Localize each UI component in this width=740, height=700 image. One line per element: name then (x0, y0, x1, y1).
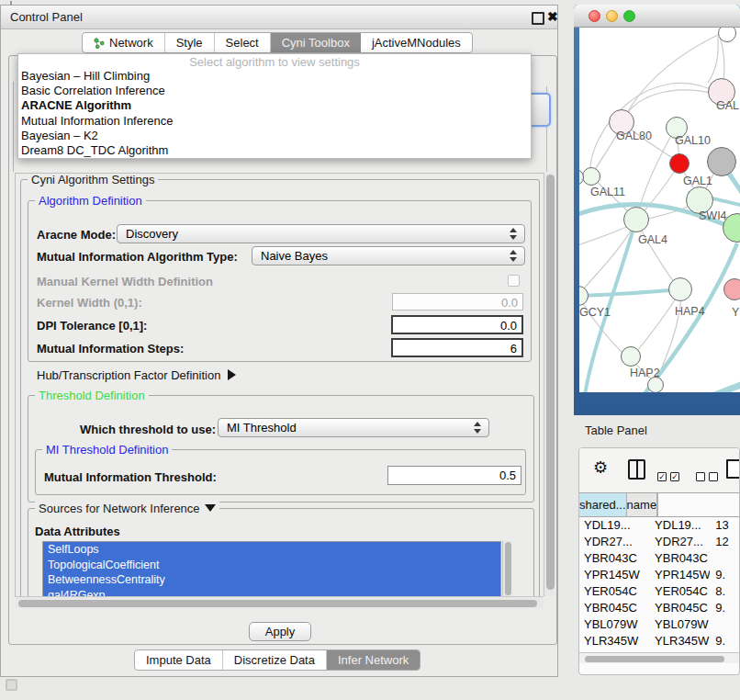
cell-shared-name: YPR145W (579, 567, 650, 583)
network-node[interactable] (669, 153, 690, 174)
combo-spinner-icon (474, 422, 482, 434)
mi-algorithm-type-value: Naive Bayes (261, 249, 328, 263)
cyni-bottom-tabs: Impute Data Discretize Data Infer Networ… (134, 649, 420, 671)
settings-horizontal-scrollbar[interactable] (16, 596, 544, 608)
network-node-label: GAL4 (638, 233, 667, 246)
mi-algorithm-type-select[interactable]: Naive Bayes (252, 246, 525, 265)
settings-vertical-scrollbar[interactable] (544, 173, 555, 596)
manual-kernel-width-checkbox[interactable] (508, 275, 520, 287)
algorithm-option[interactable]: Bayesian – K2 (18, 129, 531, 143)
checked-checkbox-icon[interactable]: ✓ (657, 472, 667, 481)
table-row[interactable]: YPR145W YPR145W 9. (579, 567, 739, 583)
columns-icon[interactable] (628, 459, 645, 480)
network-node[interactable] (647, 377, 664, 392)
network-node[interactable] (582, 167, 600, 186)
table-row[interactable]: YBR045C YBR045C 9. (579, 600, 739, 616)
table-horizontal-scrollbar[interactable] (579, 652, 740, 663)
close-window-button[interactable] (589, 10, 600, 22)
network-node-label: GAL80 (616, 130, 652, 142)
network-node[interactable] (718, 28, 736, 42)
table-row[interactable]: YDR27... YDR27... 12 (579, 534, 739, 550)
tab[interactable]: Select (215, 33, 271, 52)
focused-combobox-fragment (531, 93, 551, 127)
sources-group-title[interactable]: Sources for Network Inference (35, 502, 219, 515)
network-node[interactable] (707, 147, 736, 176)
aracne-mode-value: Discovery (126, 227, 178, 241)
attributes-list-scrollbar[interactable] (502, 541, 511, 597)
mi-threshold-label: Mutual Information Threshold: (44, 470, 217, 484)
tab[interactable]: Infer Network (327, 650, 420, 670)
aracne-mode-label: Aracne Mode: (37, 228, 116, 242)
network-node[interactable] (723, 278, 740, 300)
table-panel-title: Table Panel (585, 423, 647, 437)
algorithm-option[interactable]: Mutual Information Inference (18, 114, 531, 129)
tab-label: Cyni Toolbox (282, 36, 350, 50)
which-threshold-label: Which threshold to use: (80, 423, 216, 436)
checked-checkbox-icon[interactable]: ✓ (670, 472, 679, 481)
table-column-header[interactable]: shared... (579, 493, 627, 516)
which-threshold-select[interactable]: MI Threshold (218, 418, 489, 437)
expand-arrow-icon (228, 369, 236, 380)
network-node-label: SWI4 (699, 209, 727, 222)
dpi-tolerance-label: DPI Tolerance [0,1]: (37, 319, 147, 333)
table-row[interactable]: YDL19... YDL19... 13 (579, 517, 739, 534)
attribute-item-selected[interactable]: BetweennessCentrality (43, 572, 500, 588)
tab[interactable]: Impute Data (135, 650, 223, 670)
tab[interactable]: Network (83, 33, 165, 52)
control-panel-title: Control Panel (10, 10, 83, 24)
minimize-window-button[interactable] (606, 10, 618, 22)
cell-name: YLR345W (650, 633, 710, 649)
table-toolbar: ⚙ ✓ ✓ (579, 448, 739, 492)
gear-icon[interactable]: ⚙ (593, 458, 608, 477)
control-panel: Control Panel ✖ N (0, 5, 558, 677)
mi-algorithm-type-label: Mutual Information Algorithm Type: (37, 250, 238, 264)
zoom-window-button[interactable] (623, 10, 635, 22)
network-node[interactable] (579, 286, 589, 306)
table-column-header[interactable]: name (627, 493, 658, 516)
network-window-titlebar[interactable] (574, 5, 740, 28)
cell-name: YER054C (650, 583, 710, 600)
dpi-tolerance-field[interactable]: 0.0 (391, 315, 523, 334)
algorithm-option[interactable]: ARACNE Algorithm (18, 98, 531, 113)
network-node[interactable] (623, 207, 649, 232)
cell-name: YPR145W (650, 567, 710, 583)
tab[interactable]: Style (165, 33, 215, 52)
network-node-label: GAL1 (683, 175, 712, 187)
collapse-arrow-icon (205, 504, 216, 512)
table-row[interactable]: YER054C YER054C 8. (579, 583, 739, 600)
algorithm-option[interactable]: Bayesian – Hill Climbing (18, 69, 531, 84)
table-row[interactable]: YBR043C YBR043C (579, 550, 739, 567)
mi-steps-field[interactable]: 6 (391, 338, 523, 357)
tab[interactable]: Cyni Toolbox (271, 33, 361, 52)
cell-value (710, 616, 739, 633)
cyni-algorithm-settings-title: Cyni Algorithm Settings (28, 173, 158, 186)
algorithm-option[interactable]: Basic Correlation Inference (18, 84, 531, 98)
data-attributes-list[interactable]: SelfLoops TopologicalCoefficient Between… (42, 541, 501, 597)
network-node[interactable] (621, 346, 641, 367)
network-node[interactable] (668, 277, 692, 301)
table-rows: YDL19... YDL19... 13 YDR27... YDR27... 1… (579, 517, 739, 666)
dropdown-placeholder: Select algorithm to view settings (18, 54, 531, 69)
document-icon[interactable] (726, 459, 740, 479)
algorithm-option[interactable]: Dream8 DC_TDC Algorithm (18, 143, 531, 158)
unchecked-checkbox-icon[interactable] (709, 472, 718, 481)
attribute-item-selected[interactable]: TopologicalCoefficient (43, 558, 500, 573)
close-panel-icon[interactable]: ✖ (547, 9, 558, 24)
table-row[interactable]: YBL079W YBL079W (579, 616, 739, 633)
column-header-label: shared... (579, 498, 626, 512)
aracne-mode-select[interactable]: Discovery (117, 224, 525, 243)
mi-threshold-field[interactable]: 0.5 (387, 466, 521, 485)
kernel-width-field[interactable]: 0.0 (392, 293, 523, 310)
dock-panel-icon[interactable] (6, 679, 17, 691)
tab-label: Impute Data (146, 653, 211, 667)
table-column-header[interactable] (657, 493, 658, 516)
attribute-item-selected[interactable]: SelfLoops (43, 542, 500, 558)
tab[interactable]: jActiveMNodules (361, 33, 472, 52)
table-row[interactable]: YLR345W YLR345W 9. (579, 633, 739, 649)
network-canvas[interactable]: GAL GAL80 GAL10 GAL1 (579, 28, 740, 392)
apply-button[interactable]: Apply (249, 622, 311, 641)
unchecked-checkbox-icon[interactable] (696, 472, 705, 481)
hub-definition-expander[interactable]: Hub/Transcription Factor Definition (37, 368, 236, 382)
tab[interactable]: Discretize Data (223, 650, 327, 670)
float-panel-icon[interactable] (532, 12, 544, 25)
